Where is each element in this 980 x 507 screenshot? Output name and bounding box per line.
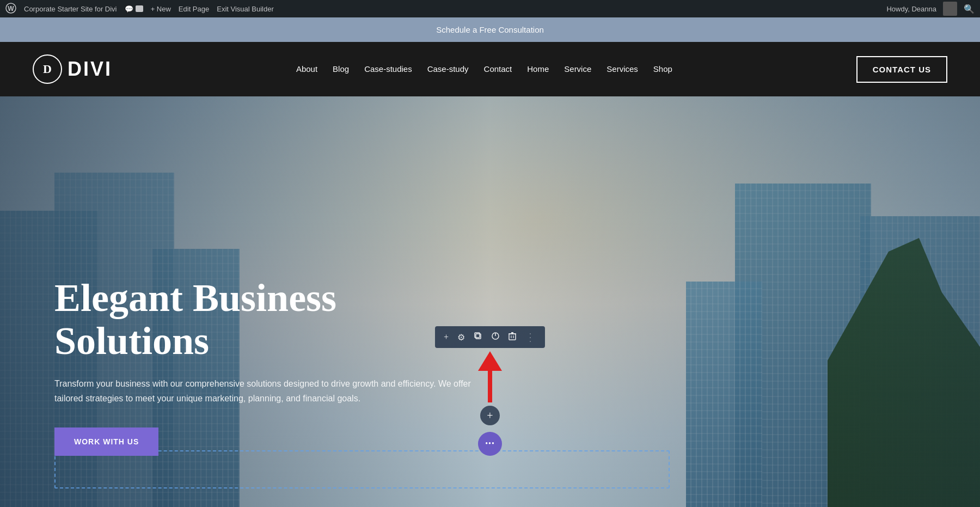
svg-text:W: W bbox=[8, 5, 14, 13]
logo-text: DIVI bbox=[68, 58, 112, 81]
banner-text: Schedule a Free Consultation bbox=[436, 25, 544, 34]
disable-icon[interactable] bbox=[491, 332, 500, 343]
logo-circle: D bbox=[33, 54, 62, 84]
more-options-icon[interactable]: ⋮ bbox=[525, 331, 536, 344]
duplicate-icon[interactable] bbox=[474, 332, 482, 343]
selection-box bbox=[54, 450, 670, 488]
wp-logo-icon[interactable]: W bbox=[5, 3, 16, 15]
contact-us-button[interactable]: CONTACT US bbox=[856, 56, 947, 83]
arrow-head bbox=[478, 351, 502, 371]
new-link[interactable]: + New bbox=[151, 5, 171, 13]
nav-item-contact[interactable]: Contact bbox=[484, 64, 512, 74]
comment-icon: 💬 bbox=[125, 5, 133, 13]
nav-item-case-studies[interactable]: Case-studies bbox=[364, 64, 412, 74]
red-arrow-container bbox=[478, 351, 502, 402]
nav-item-about[interactable]: About bbox=[296, 64, 317, 74]
logo-letter: D bbox=[43, 62, 52, 76]
nav-item-service[interactable]: Service bbox=[564, 64, 591, 74]
svg-rect-6 bbox=[509, 334, 516, 340]
hero-section: Elegant Business Solutions Transform you… bbox=[0, 96, 980, 507]
add-module-icon[interactable]: + bbox=[444, 332, 449, 342]
nav-item-blog[interactable]: Blog bbox=[333, 64, 349, 74]
site-name[interactable]: Corporate Starter Site for Divi bbox=[24, 5, 117, 13]
hero-title-line2: Solutions bbox=[54, 319, 209, 363]
comment-icon-area[interactable]: 💬 0 bbox=[125, 5, 143, 13]
edit-page-link[interactable]: Edit Page bbox=[179, 5, 209, 13]
nav-links: About Blog Case-studies Case-study Conta… bbox=[296, 64, 672, 74]
nav-item-services[interactable]: Services bbox=[607, 64, 638, 74]
arrow-shaft bbox=[488, 370, 492, 402]
work-with-us-button[interactable]: WORK WITH US bbox=[54, 427, 158, 456]
exit-builder-link[interactable]: Exit Visual Builder bbox=[217, 5, 274, 13]
hero-subtitle: Transform your business with our compreh… bbox=[54, 376, 479, 406]
dots-icon: ••• bbox=[485, 439, 495, 448]
settings-icon[interactable]: ⚙ bbox=[457, 332, 465, 343]
nav-item-home[interactable]: Home bbox=[527, 64, 549, 74]
comment-count: 0 bbox=[136, 5, 143, 12]
logo-area[interactable]: D DIVI bbox=[33, 54, 112, 84]
divi-action-bar: + ⚙ bbox=[435, 326, 545, 348]
navbar: D DIVI About Blog Case-studies Case-stud… bbox=[0, 42, 980, 96]
top-banner[interactable]: Schedule a Free Consultation bbox=[0, 17, 980, 42]
divi-toolbar: + ⚙ bbox=[435, 326, 545, 456]
user-avatar bbox=[943, 2, 957, 16]
howdy-label: Howdy, Deanna bbox=[886, 5, 936, 13]
delete-icon[interactable] bbox=[509, 332, 516, 343]
divi-menu-button[interactable]: ••• bbox=[478, 432, 502, 456]
add-row-button[interactable]: + bbox=[480, 406, 500, 425]
admin-bar: W Corporate Starter Site for Divi 💬 0 + … bbox=[0, 0, 980, 17]
hero-title-line1: Elegant Business bbox=[54, 276, 336, 320]
nav-item-shop[interactable]: Shop bbox=[653, 64, 672, 74]
plus-icon: + bbox=[487, 410, 493, 422]
hero-content: Elegant Business Solutions Transform you… bbox=[54, 277, 479, 456]
nav-item-case-study[interactable]: Case-study bbox=[427, 64, 469, 74]
hero-title: Elegant Business Solutions bbox=[54, 277, 479, 363]
search-icon[interactable]: 🔍 bbox=[964, 4, 975, 14]
